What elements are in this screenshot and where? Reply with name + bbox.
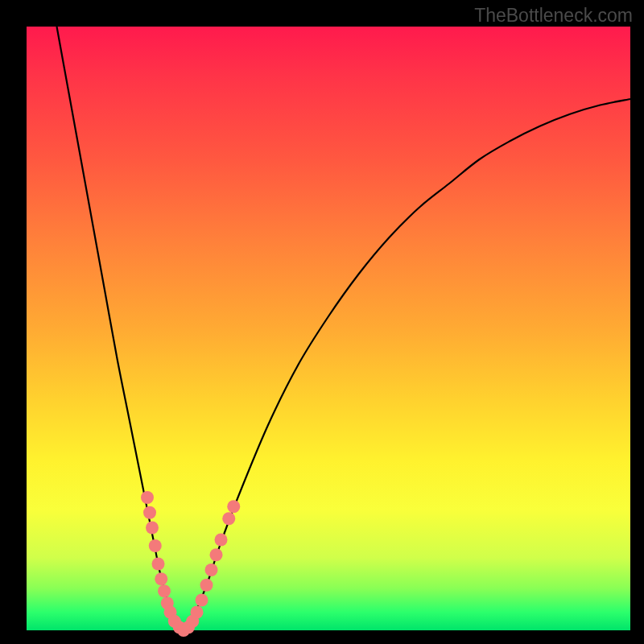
scatter-dot (196, 594, 208, 607)
scatter-dot (143, 506, 156, 519)
scatter-dot (152, 558, 165, 571)
scatter-dot (205, 564, 218, 576)
bottleneck-curve (57, 27, 631, 630)
scatter-dot (227, 500, 240, 513)
scatter-dot (222, 512, 235, 525)
chart-frame: TheBottleneck.com (0, 0, 644, 644)
scatter-dot (146, 522, 159, 535)
scatter-dot (191, 606, 204, 619)
watermark-text: TheBottleneck.com (474, 5, 633, 27)
scatter-dot (149, 539, 162, 552)
curve-layer (27, 27, 630, 630)
plot-area (27, 27, 630, 630)
scatter-dot (141, 491, 154, 504)
scatter-dot (155, 572, 167, 585)
scatter-dot (200, 579, 213, 592)
scatter-dot (210, 548, 223, 561)
scatter-dot (158, 584, 171, 597)
scatter-points (141, 491, 240, 637)
scatter-dot (215, 534, 228, 547)
